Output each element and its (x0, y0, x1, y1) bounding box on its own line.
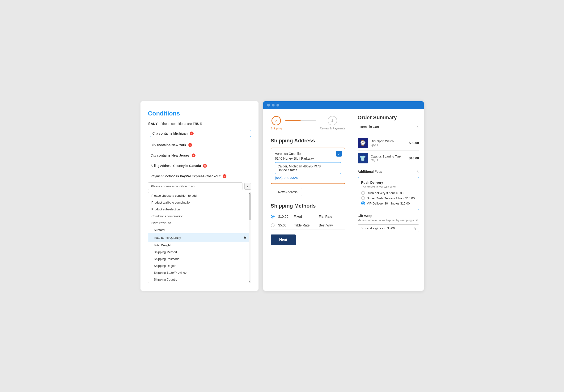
remove-condition-2[interactable]: ✕ (188, 143, 192, 147)
dropdown-scrollbar[interactable]: ▲ ▼ (249, 192, 251, 283)
condition-item-3[interactable]: City contains New Jersey ✕ (150, 153, 251, 158)
gift-select[interactable]: Box and a gift card $5.00 (358, 224, 419, 232)
address-checkmark: ✓ (336, 151, 342, 156)
dropdown-item-shipping-postcode[interactable]: Shipping Postcode (148, 255, 251, 262)
dropdown-item-shipping-state[interactable]: Shipping State/Province (148, 269, 251, 276)
condition-item-5[interactable]: Payment Method is PayPal Express Checkou… (150, 174, 251, 179)
order-item-1: ⌚ Didi Sport Watch Qty: 1 $92.00 (358, 135, 419, 151)
address-card[interactable]: ✓ Veronica Costello 6146 Honey Bluff Par… (271, 148, 345, 184)
condition-prefix-4: Billing Address Country (151, 164, 185, 168)
remove-condition-3[interactable]: ✕ (192, 154, 195, 157)
address-country: United States (278, 168, 338, 172)
item-qty-1: Qty: 1 (371, 143, 406, 147)
fees-header: Additional Fees ∧ (358, 169, 419, 174)
cart-chevron-icon[interactable]: ∧ (416, 125, 419, 129)
item-image-1: ⌚ (358, 138, 368, 148)
add-condition-row: Please choose a condition to add. ▲ (148, 182, 251, 190)
browser-bar (263, 101, 424, 109)
order-summary-title: Order Summary (358, 114, 419, 121)
item-name-2: Cassius Sparring Tank (371, 155, 406, 158)
shipping-radio-2[interactable] (271, 224, 275, 227)
shipping-method-row-2[interactable]: $5.00 Table Rate Best Way (271, 221, 345, 230)
condition-bold-1: contains Michigan (159, 132, 188, 135)
gift-select-wrapper: Box and a gift card $5.00 (358, 224, 419, 232)
rush-delivery-desc: The fastest in the Wild West (361, 185, 415, 189)
dropdown-item-subtotal[interactable]: Subtotal (148, 226, 251, 233)
dropdown-item-total-weight[interactable]: Total Weight (148, 242, 251, 249)
address-name: Veronica Costello (275, 152, 341, 156)
scroll-arrow-up[interactable]: ▲ (249, 192, 251, 194)
conditions-panel: Conditions If ANY of these conditions ar… (140, 101, 259, 291)
shipping-address-title: Shipping Address (271, 138, 345, 144)
shipping-type-2: Table Rate (294, 224, 315, 227)
conditions-title: Conditions (148, 110, 251, 117)
cart-header: 2 Items in Cart ∧ (358, 125, 419, 132)
rush-option-2[interactable]: Super Rush Delivery 1 hour $10.00 (361, 196, 415, 200)
shirt-icon: 👕 (359, 155, 366, 161)
dropdown-items: Please choose a condition to add. Produc… (148, 192, 251, 283)
dropdown-item-3[interactable]: Conditions combination (148, 213, 251, 220)
order-item-2: 👕 Cassius Sparring Tank Qty: 1 $18.00 (358, 151, 419, 166)
true-label: TRUE (193, 122, 202, 126)
rush-option-1[interactable]: Rush delivery 3 hour $5.00 (361, 191, 415, 195)
dropdown-item-2[interactable]: Product subselection (148, 206, 251, 213)
progress-circle-1: ✓ (272, 116, 281, 126)
scroll-arrow-down[interactable]: ▼ (249, 281, 251, 283)
conditions-subtitle: If ANY of these conditions are TRUE : (148, 122, 251, 126)
dropdown-item-total-qty[interactable]: Total Items Quantity ☛ (148, 233, 251, 242)
next-button[interactable]: Next (271, 235, 296, 245)
divider-2 (153, 149, 153, 152)
condition-item-1[interactable]: City contains Michigan ✕ (150, 130, 251, 137)
scroll-up-btn[interactable]: ▲ (244, 183, 251, 190)
order-summary: Order Summary 2 Items in Cart ∧ ⌚ Didi S… (353, 109, 424, 289)
any-label: ANY (151, 122, 158, 126)
dropdown-item-cart-attribute: Cart Attribute (148, 220, 251, 226)
scrollbar-thumb[interactable] (249, 193, 251, 220)
item-image-2: 👕 (358, 153, 368, 163)
browser-dot-3 (276, 104, 279, 107)
dropdown-item-0[interactable]: Please choose a condition to add. (148, 192, 251, 199)
condition-bold-2: contains New York (157, 143, 186, 147)
rush-delivery-box: Rush Delivery The fastest in the Wild We… (358, 177, 419, 210)
rush-radio-3[interactable] (361, 201, 365, 205)
dropdown-item-shipping-region[interactable]: Shipping Region (148, 262, 251, 269)
shipping-method-row-1[interactable]: $10.00 Fixed Flat Rate (271, 212, 345, 221)
rush-label-2: Super Rush Delivery 1 hour $10.00 (367, 196, 415, 200)
shipping-radio-1[interactable] (271, 215, 275, 218)
progress-circle-2: 2 (328, 116, 337, 126)
rush-delivery-title: Rush Delivery (361, 181, 415, 184)
shipping-name-1: Flat Rate (319, 215, 332, 218)
cursor-icon: ☛ (244, 235, 248, 240)
browser-panel: ✓ Shipping 2 Review & Payments Shipping … (263, 101, 424, 291)
shipping-name-2: Best Way (319, 224, 333, 227)
progress-label-2: Review & Payments (320, 127, 345, 130)
remove-condition-4[interactable]: ✕ (203, 164, 207, 168)
gift-wrap-title: Gift Wrap (358, 214, 419, 218)
dropdown-item-1[interactable]: Product attribute combination (148, 199, 251, 206)
shipping-price-2: $5.00 (278, 224, 290, 227)
subtitle-prefix: If (148, 122, 151, 126)
item-price-1: $92.00 (409, 141, 419, 145)
browser-dot-1 (267, 104, 270, 107)
dropdown-list: Please choose a condition to add. Produc… (148, 192, 251, 283)
shipping-methods-title: Shipping Methods (271, 203, 345, 209)
total-items-qty-label: Total Items Quantity (154, 236, 181, 239)
remove-condition-5[interactable]: ✕ (223, 174, 226, 178)
dropdown-item-shipping-country[interactable]: Shipping Country (148, 276, 251, 283)
condition-item-4[interactable]: Billing Address Country is Canada ✕ (150, 163, 251, 168)
item-qty-2: Qty: 1 (371, 159, 406, 162)
rush-radio-1[interactable] (361, 191, 365, 195)
rush-option-3[interactable]: VIP Delivery 30 minutes $15.00 (361, 201, 415, 205)
fees-chevron-icon[interactable]: ∧ (416, 169, 419, 174)
new-address-button[interactable]: + New Address (271, 188, 302, 196)
rush-radio-2[interactable] (361, 196, 365, 200)
item-price-2: $18.00 (409, 156, 419, 160)
add-condition-select[interactable]: Please choose a condition to add. (148, 182, 242, 190)
gift-wrap-desc: Make your loved ones happier by wrapping… (358, 219, 419, 222)
fees-title: Additional Fees (358, 170, 382, 174)
divider-3 (153, 159, 153, 162)
remove-condition-1[interactable]: ✕ (190, 132, 193, 135)
condition-item-2[interactable]: City contains New York ✕ (150, 143, 251, 147)
dropdown-item-shipping-method[interactable]: Shipping Method (148, 249, 251, 255)
condition-prefix-2: City (151, 143, 156, 147)
